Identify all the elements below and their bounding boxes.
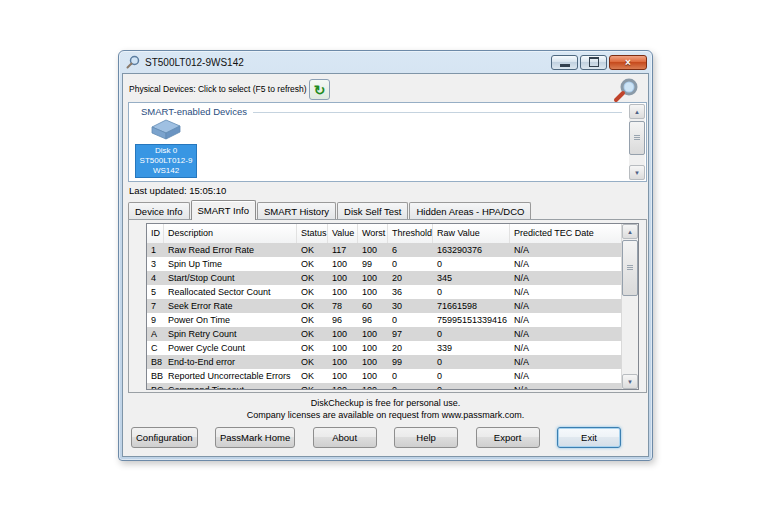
cell-worst: 96 (358, 313, 388, 327)
table-row[interactable]: 5Reallocated Sector CountOK100100360N/A (147, 285, 622, 299)
cell-threshold: 20 (388, 271, 433, 285)
titlebar[interactable]: ST500LT012-9WS142 × (119, 51, 652, 73)
help-button[interactable]: Help (394, 427, 458, 448)
cell-status: OK (297, 299, 328, 313)
cell-value: 100 (328, 383, 358, 389)
footer-buttons: ConfigurationPassMark HomeAboutHelpExpor… (123, 427, 648, 449)
cell-threshold: 0 (388, 257, 433, 271)
table-row[interactable]: B8End-to-End errorOK100100990N/A (147, 355, 622, 369)
last-updated-label: Last updated: 15:05:10 (129, 185, 226, 196)
cell-predicted-tec-date: N/A (510, 313, 622, 327)
column-header-threshold[interactable]: Threshold (388, 224, 433, 243)
table-row[interactable]: 1Raw Read Error RateOK1171006163290376N/… (147, 243, 622, 257)
cell-raw-value: 75995151339416 (433, 313, 510, 327)
device-item-disk0[interactable]: Disk 0 ST500LT012-9 WS142 (135, 116, 197, 178)
cell-raw-value: 163290376 (433, 243, 510, 257)
cell-description: Start/Stop Count (164, 271, 297, 285)
cell-status: OK (297, 285, 328, 299)
table-row[interactable]: 7Seek Error RateOK78603071661598N/A (147, 299, 622, 313)
scroll-up-button[interactable]: ▲ (629, 104, 645, 119)
app-window: ST500LT012-9WS142 × Physical Devices: Cl… (118, 50, 653, 461)
tab-hidden-areas-hpa-dco[interactable]: Hidden Areas - HPA/DCO (409, 202, 531, 219)
cell-value: 100 (328, 369, 358, 383)
cell-description: Command Timeout (164, 383, 297, 389)
cell-status: OK (297, 341, 328, 355)
cell-worst: 100 (358, 285, 388, 299)
table-row[interactable]: 4Start/Stop CountOK10010020345N/A (147, 271, 622, 285)
table-row[interactable]: 9Power On TimeOK9696075995151339416N/A (147, 313, 622, 327)
cell-status: OK (297, 355, 328, 369)
cell-description: Seek Error Rate (164, 299, 297, 313)
cell-raw-value: 0 (433, 355, 510, 369)
tab-device-info[interactable]: Device Info (128, 202, 190, 219)
minimize-icon (560, 64, 570, 67)
device-label-line2: ST500LT012-9 (136, 156, 196, 166)
about-button[interactable]: About (313, 427, 377, 448)
close-button[interactable]: × (609, 55, 647, 70)
cell-description: Spin Retry Count (164, 327, 297, 341)
cell-status: OK (297, 271, 328, 285)
table-scrollbar[interactable]: ▲ ▼ (621, 224, 638, 389)
cell-threshold: 20 (388, 341, 433, 355)
scroll-thumb[interactable] (622, 240, 638, 296)
cell-id: A (147, 327, 164, 341)
cell-threshold: 0 (388, 313, 433, 327)
cell-id: C (147, 341, 164, 355)
cell-predicted-tec-date: N/A (510, 341, 622, 355)
cell-value: 117 (328, 243, 358, 257)
refresh-icon: ↻ (314, 83, 326, 97)
cell-worst: 99 (358, 257, 388, 271)
scroll-thumb[interactable] (629, 121, 645, 155)
scroll-up-button[interactable]: ▲ (622, 224, 638, 239)
passmark-home-button[interactable]: PassMark Home (215, 427, 295, 448)
column-header-value[interactable]: Value (328, 224, 358, 243)
cell-value: 100 (328, 327, 358, 341)
refresh-button[interactable]: ↻ (309, 79, 330, 100)
cell-id: 9 (147, 313, 164, 327)
minimize-button[interactable] (551, 55, 578, 70)
cell-threshold: 97 (388, 327, 433, 341)
column-header-description[interactable]: Description (164, 224, 297, 243)
cell-worst: 100 (358, 243, 388, 257)
tab-page: IDDescriptionStatusValueWorstThresholdRa… (128, 219, 647, 393)
cell-value: 96 (328, 313, 358, 327)
column-header-worst[interactable]: Worst (358, 224, 388, 243)
scroll-down-button[interactable]: ▼ (622, 374, 638, 389)
column-header-raw-value[interactable]: Raw Value (433, 224, 510, 243)
column-header-predicted-tec-date[interactable]: Predicted TEC Date (510, 224, 622, 243)
cell-raw-value: 339 (433, 341, 510, 355)
window-controls: × (551, 55, 647, 70)
configuration-button[interactable]: Configuration (131, 427, 198, 448)
cell-worst: 100 (358, 355, 388, 369)
exit-button[interactable]: Exit (557, 427, 621, 448)
table-row[interactable]: 3Spin Up TimeOK1009900N/A (147, 257, 622, 271)
table-row[interactable]: BBReported Uncorrectable ErrorsOK1001000… (147, 369, 622, 383)
column-header-status[interactable]: Status (297, 224, 328, 243)
cell-status: OK (297, 383, 328, 389)
cell-description: Raw Read Error Rate (164, 243, 297, 257)
scroll-down-button[interactable]: ▼ (629, 165, 645, 180)
cell-raw-value: 0 (433, 327, 510, 341)
license-note: DiskCheckup is free for personal use. Co… (123, 397, 648, 421)
table-row[interactable]: BCCommand TimeoutOK10010000N/A (147, 383, 622, 389)
cell-worst: 100 (358, 369, 388, 383)
cell-predicted-tec-date: N/A (510, 257, 622, 271)
maximize-button[interactable] (580, 55, 607, 70)
window-title: ST500LT012-9WS142 (145, 57, 244, 68)
hdd-icon (149, 116, 183, 142)
tab-smart-info[interactable]: SMART Info (191, 200, 256, 220)
cell-raw-value: 0 (433, 369, 510, 383)
table-row[interactable]: CPower Cycle CountOK10010020339N/A (147, 341, 622, 355)
devices-scrollbar[interactable]: ▲ ▼ (629, 104, 645, 180)
table-row[interactable]: ASpin Retry CountOK100100970N/A (147, 327, 622, 341)
app-icon (126, 55, 140, 69)
export-button[interactable]: Export (476, 427, 540, 448)
cell-threshold: 99 (388, 355, 433, 369)
column-header-id[interactable]: ID (147, 224, 164, 243)
tab-smart-history[interactable]: SMART History (257, 202, 336, 219)
magnifier-icon[interactable] (612, 78, 640, 104)
cell-description: Spin Up Time (164, 257, 297, 271)
cell-predicted-tec-date: N/A (510, 299, 622, 313)
table-header: IDDescriptionStatusValueWorstThresholdRa… (147, 224, 622, 244)
tab-disk-self-test[interactable]: Disk Self Test (337, 202, 408, 219)
